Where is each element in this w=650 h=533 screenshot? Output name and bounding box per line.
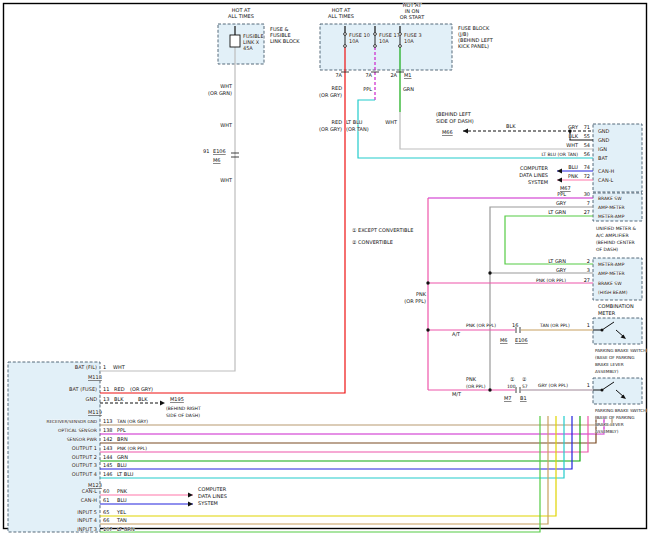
wire-input4-tan — [100, 416, 548, 524]
label-113: 113 — [103, 418, 113, 424]
inline-connector-icon — [516, 387, 520, 393]
label-56: 56 — [584, 151, 590, 157]
label-brake-sw: BRAKE SW — [598, 281, 622, 286]
label-m7: M7 — [504, 395, 512, 401]
label-sensor-pwr: SENSOR PWR — [67, 437, 97, 442]
label-or-ppl: (OR PPL) — [404, 298, 426, 304]
label-144: 144 — [103, 454, 113, 460]
label-data-lines: DATA LINES — [198, 493, 227, 499]
wire-bat-fuse-red — [100, 47, 345, 393]
label-pnk-or-ppl: PNK (OR PPL) — [117, 446, 147, 451]
arrow-right-icon — [188, 492, 193, 497]
label-2a: 2A — [390, 72, 397, 78]
label-combination: COMBINATION — [598, 303, 634, 309]
junction-dot — [426, 328, 429, 331]
label-27: 27 — [584, 209, 590, 215]
label-or-start: OR START — [400, 14, 425, 20]
label-145: 145 — [103, 462, 113, 468]
label-7a: 7A — [335, 72, 342, 78]
label-16: 16 — [512, 322, 518, 328]
label-unified-meter: UNIFIED METER & — [596, 226, 637, 231]
label-can-l: CAN-L — [82, 488, 97, 494]
label-74: 74 — [584, 164, 590, 170]
label-blk: BLK — [114, 396, 124, 402]
label-30: 30 — [584, 191, 590, 197]
label-system: SYSTEM — [198, 500, 218, 506]
label-ign: IGN — [598, 146, 607, 152]
label-behind-right: (BEHIND RIGHT — [166, 406, 201, 411]
label-parking-brake-switch: PARKING BRAKE SWITCH — [595, 408, 646, 413]
wire-ltgrn-meter — [505, 216, 593, 264]
label-blu: BLU — [117, 497, 127, 503]
label-data-lines: DATA LINES — [519, 172, 548, 178]
label-lt-grn: LT GRN — [548, 258, 566, 264]
label-or-ppl: (OR PPL) — [466, 384, 486, 389]
label-m195: M195 — [170, 396, 184, 402]
label-parking-brake-switch: PARKING BRAKE SWITCH — [595, 348, 646, 353]
label-a-c-amplifier: A/C AMPLIFIER — [596, 233, 629, 238]
label-lt-grn: LT GRN — [548, 209, 566, 215]
junction-dot — [488, 388, 491, 391]
label-gry: GRY — [568, 124, 579, 130]
fuse-terminal-icon — [374, 33, 377, 36]
diagram-canvas: HOT ATALL TIMESFUSIBLELINK X45AFUSE &FUS… — [0, 0, 650, 533]
label-blk: BLK — [506, 123, 516, 129]
label-base-of-parking: (BASE OF PARKING — [595, 355, 634, 360]
label-kick-panel: KICK PANEL) — [458, 43, 489, 49]
label-pnk-or-ppl: PNK (OR PPL) — [466, 323, 496, 328]
label-blk: BLK — [138, 396, 148, 402]
label-tan: TAN — [116, 517, 127, 523]
label-bat-fuse: BAT (FUSE) — [69, 386, 97, 392]
wire-output2-grn — [100, 416, 580, 461]
label-computer: COMPUTER — [198, 486, 227, 492]
fusible-link-icon — [230, 35, 240, 47]
label-input-5: INPUT 5 — [77, 509, 97, 515]
label-1: 1 — [587, 322, 590, 328]
label-pnk: PNK — [117, 488, 128, 494]
label-m6: M6 — [213, 157, 221, 163]
label-m-t: M/T — [452, 391, 462, 397]
label-tan-or-gry: TAN (OR GRY) — [116, 419, 148, 424]
label-lt-blu-or-tan: LT BLU (OR TAN) — [541, 152, 578, 157]
label-or-tan: (OR TAN) — [346, 126, 369, 132]
label-a-t: A/T — [452, 331, 461, 337]
label-e106: E106 — [213, 148, 226, 154]
label-10a: 10A — [404, 38, 414, 44]
label-side-of-dash: SIDE OF DASH) — [166, 413, 200, 418]
label-72: 72 — [584, 173, 590, 179]
label-lt-blu: LT BLU — [346, 119, 363, 125]
label-receiver-sensor-gnd: RECEIVER/SENSOR GND — [47, 419, 97, 424]
label-7a: 7A — [365, 72, 372, 78]
label-gnd: GND — [598, 128, 610, 134]
label-m66: M66 — [442, 129, 453, 135]
label-high-beam: (HIGH BEAM) — [598, 290, 628, 295]
label-amp-meter: AMP-METER — [598, 271, 625, 276]
label-55: 55 — [584, 133, 590, 139]
arrow-right-icon — [160, 400, 165, 405]
label-ppl: PPL — [557, 191, 566, 197]
label-10a: 10A — [379, 38, 389, 44]
label-amp-meter: AMP-METER — [598, 205, 625, 210]
label-b1: B1 — [520, 395, 527, 401]
label-meter-amp: METER-AMP — [598, 262, 625, 267]
label-optical-sensor: OPTICAL SENSOR — [58, 428, 97, 433]
label-can-h: CAN-H — [598, 168, 614, 174]
fuse-terminal-icon — [399, 45, 402, 48]
label-yel: YEL — [116, 509, 126, 515]
label-lt-grn: LT GRN — [117, 526, 135, 532]
label-91: 91 — [203, 148, 209, 154]
label-or-gry: (OR GRY) — [319, 92, 342, 98]
label-ppl: PPL — [363, 86, 372, 92]
arrow-right-icon — [188, 501, 193, 506]
wire-sensor-pwr-brn — [100, 416, 596, 443]
label-11: 11 — [103, 386, 109, 392]
label-computer: COMPUTER — [520, 165, 549, 171]
label-bat: BAT — [598, 155, 608, 161]
label-bat-fil: BAT (FIL) — [75, 364, 97, 370]
label-can-h: CAN-H — [81, 497, 97, 503]
label-output-1: OUTPUT 1 — [72, 445, 97, 451]
label-brn: BRN — [117, 436, 128, 442]
junction-dot — [426, 281, 429, 284]
label-system: SYSTEM — [528, 179, 548, 185]
label-57: 57 — [522, 384, 528, 389]
